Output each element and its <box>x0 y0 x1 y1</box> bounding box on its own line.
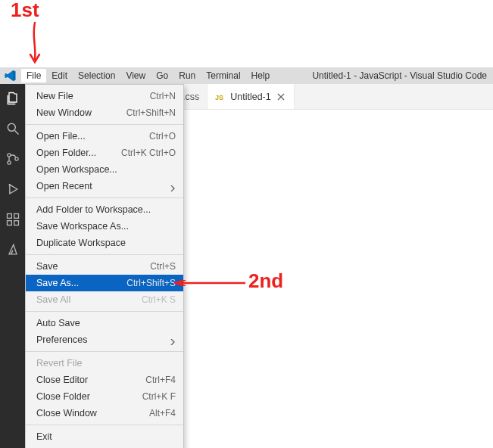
window-title: Untitled-1 - JavaScript - Visual Studio … <box>312 70 493 81</box>
menu-go[interactable]: Go <box>151 69 173 82</box>
activity-bar <box>0 84 25 448</box>
chevron-right-icon <box>170 183 176 189</box>
menu-item-label: Duplicate Workspace <box>36 238 176 248</box>
run-debug-icon[interactable] <box>5 181 21 198</box>
menu-item-shortcut: Ctrl+K S <box>133 294 176 305</box>
svg-point-6 <box>8 184 11 186</box>
menu-item-add-folder-to-workspace[interactable]: Add Folder to Workspace... <box>26 201 183 218</box>
menu-item-save-as[interactable]: Save As...Ctrl+Shift+S <box>26 275 183 291</box>
menu-item-save-workspace-as[interactable]: Save Workspace As... <box>26 218 183 235</box>
menu-separator <box>26 351 183 352</box>
menu-item-open-folder[interactable]: Open Folder...Ctrl+K Ctrl+O <box>26 145 183 161</box>
menu-terminal[interactable]: Terminal <box>201 69 245 82</box>
svg-text:JS: JS <box>215 94 223 101</box>
svg-rect-7 <box>7 214 11 219</box>
svg-rect-10 <box>14 221 18 226</box>
menu-item-label: Close Editor <box>36 375 136 385</box>
annotation-arrow-down-icon <box>27 21 42 65</box>
vscode-logo-icon <box>5 70 17 82</box>
svg-line-2 <box>14 131 18 135</box>
menu-item-save[interactable]: SaveCtrl+S <box>26 258 183 275</box>
menu-item-preferences[interactable]: Preferences <box>26 331 183 348</box>
menu-run[interactable]: Run <box>173 69 201 82</box>
menu-item-label: New File <box>36 91 141 101</box>
menu-item-shortcut: Alt+F4 <box>140 408 176 418</box>
menu-item-label: Save All <box>36 294 133 305</box>
svg-point-3 <box>7 154 10 157</box>
menu-item-label: Save Workspace As... <box>36 221 176 232</box>
svg-rect-8 <box>14 214 18 219</box>
menu-item-label: Add Folder to Workspace... <box>36 204 176 215</box>
menu-item-label: Open File... <box>36 131 140 142</box>
menu-item-label: Save As... <box>36 278 117 288</box>
menu-item-exit[interactable]: Exit <box>26 428 183 445</box>
titlebar: FileEditSelectionViewGoRunTerminalHelp U… <box>0 67 493 84</box>
menu-separator <box>26 124 183 125</box>
menu-help[interactable]: Help <box>246 69 276 82</box>
menu-item-save-all: Save AllCtrl+K S <box>26 291 183 308</box>
menu-item-label: Auto Save <box>36 318 176 328</box>
search-icon[interactable] <box>5 120 21 137</box>
explorer-icon[interactable] <box>5 90 21 107</box>
menu-item-close-editor[interactable]: Close EditorCtrl+F4 <box>26 372 183 388</box>
menu-item-shortcut: Ctrl+Shift+S <box>117 278 176 288</box>
menu-item-auto-save[interactable]: Auto Save <box>26 315 183 331</box>
menu-item-close-folder[interactable]: Close FolderCtrl+K F <box>26 388 183 405</box>
menu-item-label: Save <box>36 261 141 272</box>
annotation-first: 1st <box>11 0 39 22</box>
menu-view[interactable]: View <box>120 69 151 82</box>
menu-item-label: Open Workspace... <box>36 164 176 175</box>
menu-item-label: Close Folder <box>36 391 133 402</box>
menu-item-label: Close Window <box>36 408 140 418</box>
azure-icon[interactable] <box>5 241 21 258</box>
tab-label: Untitled-1 <box>230 92 271 102</box>
menu-item-label: Revert File <box>36 358 176 369</box>
file-menu-dropdown: New FileCtrl+NNew WindowCtrl+Shift+NOpen… <box>25 84 184 448</box>
menu-item-label: Open Folder... <box>36 148 112 158</box>
menu-item-close-window[interactable]: Close WindowAlt+F4 <box>26 405 183 422</box>
source-control-icon[interactable] <box>5 151 21 167</box>
menu-edit[interactable]: Edit <box>46 69 73 82</box>
menu-separator <box>26 311 183 312</box>
menu-item-open-file[interactable]: Open File...Ctrl+O <box>26 128 183 145</box>
menu-item-shortcut: Ctrl+F4 <box>136 375 176 385</box>
js-file-icon: JS <box>215 92 226 102</box>
menu-item-label: New Window <box>36 107 117 118</box>
menu-selection[interactable]: Selection <box>73 69 120 82</box>
extensions-icon[interactable] <box>5 211 21 228</box>
menu-item-shortcut: Ctrl+N <box>141 91 176 101</box>
svg-point-5 <box>14 157 17 160</box>
menu-item-label: Exit <box>36 431 176 442</box>
svg-rect-9 <box>7 221 11 226</box>
menu-item-new-file[interactable]: New FileCtrl+N <box>26 88 183 104</box>
menu-separator <box>26 254 183 255</box>
menu-item-label: Preferences <box>36 334 165 345</box>
menu-item-shortcut: Ctrl+Shift+N <box>117 107 176 118</box>
menu-item-shortcut: Ctrl+K F <box>133 391 176 402</box>
menu-item-duplicate-workspace[interactable]: Duplicate Workspace <box>26 235 183 251</box>
menubar: FileEditSelectionViewGoRunTerminalHelp <box>21 69 275 82</box>
menu-item-shortcut: Ctrl+K Ctrl+O <box>112 148 176 158</box>
menu-item-open-recent[interactable]: Open Recent <box>26 178 183 194</box>
svg-point-1 <box>8 123 15 131</box>
close-icon[interactable] <box>276 92 286 102</box>
menu-file[interactable]: File <box>21 69 46 82</box>
menu-item-open-workspace[interactable]: Open Workspace... <box>26 161 183 178</box>
svg-point-4 <box>7 161 10 164</box>
tab-untitled-1[interactable]: JSUntitled-1 <box>207 84 295 109</box>
menu-item-shortcut: Ctrl+O <box>140 131 176 142</box>
menu-item-revert-file: Revert File <box>26 355 183 372</box>
menu-item-label: Open Recent <box>36 181 165 191</box>
menu-separator <box>26 198 183 198</box>
menu-item-new-window[interactable]: New WindowCtrl+Shift+N <box>26 104 183 121</box>
menu-separator <box>26 425 183 425</box>
chevron-right-icon <box>170 337 176 343</box>
menu-item-shortcut: Ctrl+S <box>141 261 176 272</box>
vscode-window: FileEditSelectionViewGoRunTerminalHelp U… <box>0 67 493 448</box>
